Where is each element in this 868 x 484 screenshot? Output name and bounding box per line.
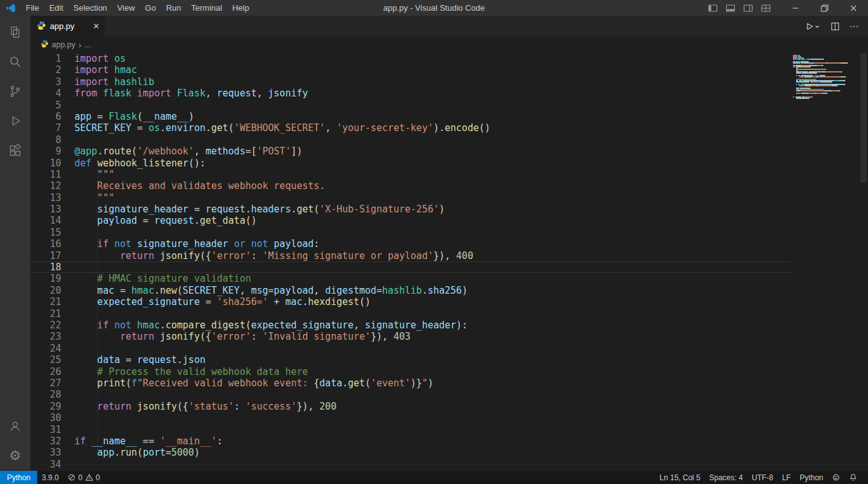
line-number[interactable]: 22 <box>30 320 61 331</box>
code-line[interactable]: 5 <box>30 100 791 111</box>
code-line-current[interactable]: 18 <box>30 262 791 273</box>
line-number[interactable]: 7 <box>30 122 61 134</box>
line-number[interactable]: 21 <box>30 296 61 308</box>
code-line[interactable]: 14 payload = request.get_data() <box>30 215 791 226</box>
line-number[interactable]: 10 <box>30 158 61 169</box>
status-problems[interactable]: 0 0 <box>63 471 104 484</box>
run-python-file-icon[interactable] <box>805 21 821 32</box>
line-number[interactable]: 19 <box>30 273 61 284</box>
status-interpreter[interactable]: Python <box>0 471 37 484</box>
code-line[interactable]: 34 <box>30 459 791 470</box>
breadcrumb[interactable]: app.py › ... <box>30 37 868 53</box>
line-number[interactable]: 27 <box>30 377 61 389</box>
editor-scrollbar[interactable] <box>859 53 868 470</box>
code-line[interactable]: 2import hmac <box>30 64 791 76</box>
breadcrumb-file[interactable]: app.py <box>52 40 76 49</box>
menu-item-view[interactable]: View <box>112 0 140 16</box>
menu-item-terminal[interactable]: Terminal <box>186 0 227 16</box>
code-line[interactable]: 15 <box>30 227 791 238</box>
breadcrumb-more[interactable]: ... <box>85 40 91 49</box>
line-number[interactable]: 11 <box>30 169 61 180</box>
code-line[interactable]: 30 <box>30 412 791 424</box>
code-editor[interactable]: 1import os2import hmac3import hashlib4fr… <box>30 53 791 470</box>
minimap[interactable] <box>791 53 859 470</box>
line-number[interactable]: 14 <box>30 215 61 226</box>
code-line[interactable]: 27 print(f"Received valid webhook event:… <box>30 377 791 389</box>
status-language[interactable]: Python <box>795 471 828 484</box>
menu-item-help[interactable]: Help <box>227 0 254 16</box>
feedback-smiley-icon[interactable] <box>828 471 845 484</box>
code-line[interactable]: 10def webhook_listener(): <box>30 158 791 169</box>
explorer-icon[interactable] <box>0 17 30 47</box>
bell-icon[interactable] <box>845 471 862 484</box>
line-number[interactable]: 3 <box>30 76 61 88</box>
code-line[interactable]: 25 data = request.json <box>30 354 791 366</box>
line-number[interactable]: 32 <box>30 435 61 447</box>
settings-gear-icon[interactable]: ⚙ <box>0 441 30 470</box>
status-python-version[interactable]: 3.9.0 <box>37 471 63 484</box>
tab-close-icon[interactable]: ✕ <box>93 22 100 30</box>
code-line[interactable]: 23 return jsonify({'error': 'Invalid sig… <box>30 331 791 342</box>
line-number[interactable]: 8 <box>30 134 61 146</box>
code-line[interactable]: 12 Receives and validates webhook reques… <box>30 180 791 192</box>
line-number[interactable]: 18 <box>30 262 61 273</box>
scrollbar-slider[interactable] <box>860 53 867 183</box>
line-number[interactable]: 2 <box>30 64 61 76</box>
line-number[interactable]: 34 <box>30 459 61 470</box>
split-editor-icon[interactable] <box>830 21 840 32</box>
minimize-icon[interactable] <box>781 0 810 16</box>
line-number[interactable]: 9 <box>30 146 61 157</box>
code-line[interactable]: 26 # Process the valid webhook data here <box>30 366 791 377</box>
line-number[interactable]: 33 <box>30 447 61 458</box>
status-eol[interactable]: LF <box>778 471 795 484</box>
code-line[interactable]: 17 return jsonify({'error': 'Missing sig… <box>30 250 791 262</box>
layout-sidebar-right-icon[interactable] <box>739 0 757 16</box>
status-encoding[interactable]: UTF-8 <box>748 471 778 484</box>
line-number[interactable]: 20 <box>30 285 61 296</box>
line-number[interactable]: 13 <box>30 192 61 204</box>
code-line[interactable]: 19 # HMAC signature validation <box>30 273 791 284</box>
line-number[interactable]: 21 <box>30 308 61 320</box>
menu-item-go[interactable]: Go <box>140 0 161 16</box>
code-line[interactable]: 29 return jsonify({'status': 'success'})… <box>30 401 791 412</box>
code-line[interactable]: 4from flask import Flask, request, jsoni… <box>30 88 791 99</box>
restore-icon[interactable] <box>810 0 839 16</box>
line-number[interactable]: 29 <box>30 401 61 412</box>
menu-item-file[interactable]: File <box>21 0 44 16</box>
code-line[interactable]: 1import os <box>30 53 791 64</box>
close-icon[interactable] <box>839 0 868 16</box>
tab-app-py[interactable]: app.py ✕ <box>30 16 105 37</box>
line-number[interactable]: 24 <box>30 343 61 354</box>
line-number[interactable]: 5 <box>30 100 61 111</box>
search-icon[interactable] <box>0 47 30 76</box>
code-line[interactable]: 7SECRET_KEY = os.environ.get('WEBHOOK_SE… <box>30 122 791 134</box>
code-line[interactable]: 21 <box>30 308 791 320</box>
code-line[interactable]: 8 <box>30 134 791 146</box>
line-number[interactable]: 17 <box>30 250 61 262</box>
account-icon[interactable] <box>0 411 30 441</box>
line-number[interactable]: 6 <box>30 111 61 122</box>
code-line[interactable]: 9@app.route('/webhook', methods=['POST']… <box>30 146 791 157</box>
code-line[interactable]: 28 <box>30 389 791 400</box>
menu-item-run[interactable]: Run <box>161 0 186 16</box>
code-line[interactable]: 16 if not signature_header or not payloa… <box>30 238 791 250</box>
line-number[interactable]: 30 <box>30 412 61 424</box>
code-line[interactable]: 24 <box>30 343 791 354</box>
line-number[interactable]: 15 <box>30 227 61 238</box>
menu-item-edit[interactable]: Edit <box>44 0 68 16</box>
line-number[interactable]: 28 <box>30 389 61 400</box>
run-debug-icon[interactable] <box>0 106 30 135</box>
more-actions-icon[interactable]: ⋯ <box>849 21 859 32</box>
status-indentation[interactable]: Spaces: 4 <box>705 471 747 484</box>
code-line[interactable]: 13 """ <box>30 192 791 204</box>
menu-item-selection[interactable]: Selection <box>68 0 112 16</box>
line-number[interactable]: 16 <box>30 238 61 250</box>
line-number[interactable]: 1 <box>30 53 61 64</box>
extensions-icon[interactable] <box>0 135 30 165</box>
source-control-icon[interactable] <box>0 76 30 106</box>
layout-customize-icon[interactable] <box>757 0 775 16</box>
code-line[interactable]: 32if __name__ == '__main__': <box>30 435 791 447</box>
line-number[interactable]: 25 <box>30 354 61 366</box>
code-line[interactable]: 31 <box>30 424 791 435</box>
line-number[interactable]: 31 <box>30 424 61 435</box>
